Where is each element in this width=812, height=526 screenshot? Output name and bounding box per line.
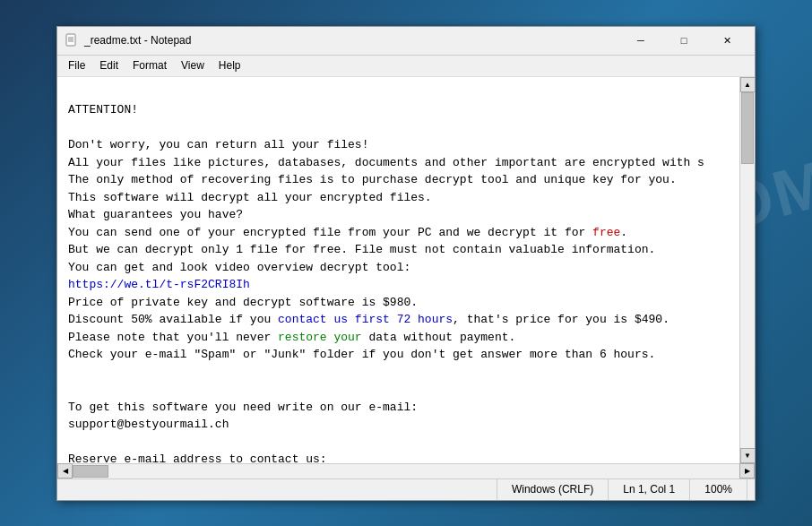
text-editor[interactable]: ATTENTION! Don't worry, you can return a… (57, 77, 739, 463)
text-line-3: Don't worry, you can return all your fil… (68, 138, 368, 151)
text-line-1: ATTENTION! (68, 103, 138, 116)
menu-view[interactable]: View (174, 57, 212, 73)
statusbar-cursor: Ln 1, Col 1 (609, 479, 690, 500)
statusbar-zoom: 100% (690, 479, 747, 500)
text-line-4: All your files like pictures, databases,… (68, 156, 704, 169)
text-line-18: To get this software you need write on o… (68, 401, 418, 414)
text-line-10: You can get and look video overview decr… (68, 261, 410, 274)
minimize-button[interactable]: ─ (620, 26, 661, 55)
scroll-left-arrow[interactable]: ◀ (57, 463, 73, 479)
scroll-down-arrow[interactable]: ▼ (740, 448, 756, 463)
window-icon (65, 33, 79, 47)
free-text: free (592, 226, 620, 239)
window-title: _readme.txt - Notepad (84, 34, 620, 47)
vertical-scrollbar[interactable]: ▲ ▼ (739, 77, 755, 463)
text-line-8: You can send one of your encrypted file … (68, 226, 627, 239)
scroll-thumb-h[interactable] (73, 465, 108, 478)
text-line-14: Please note that you'll never restore yo… (68, 331, 515, 344)
statusbar: Windows (CRLF) Ln 1, Col 1 100% (57, 479, 755, 500)
scroll-thumb-v[interactable] (741, 92, 754, 164)
close-button[interactable]: ✕ (706, 26, 747, 55)
scroll-right-arrow[interactable]: ▶ (739, 463, 755, 479)
text-line-13: Discount 50% available if you contact us… (68, 313, 669, 326)
text-line-15: Check your e-mail "Spam" or "Junk" folde… (68, 348, 655, 361)
menu-edit[interactable]: Edit (92, 57, 125, 73)
notepad-window: _readme.txt - Notepad ─ □ ✕ File Edit Fo… (56, 26, 756, 501)
menubar: File Edit Format View Help (57, 56, 755, 77)
text-line-6: This software will decrypt all your encr… (68, 191, 432, 204)
contact-highlight: contact us first 72 hours (278, 313, 453, 326)
content-area: ATTENTION! Don't worry, you can return a… (57, 77, 755, 463)
restore-highlight: restore your (278, 331, 362, 344)
window-controls: ─ □ ✕ (620, 26, 747, 55)
statusbar-empty (65, 479, 497, 500)
horizontal-scrollbar[interactable]: ◀ ▶ (57, 463, 755, 479)
email-support: support@bestyourmail.ch (68, 418, 229, 431)
text-line-5: The only method of recovering files is t… (68, 173, 677, 186)
scroll-track-v[interactable] (740, 92, 755, 448)
text-line-7: What guarantees you have? (68, 208, 243, 221)
url-link: https://we.tl/t-rsF2CRI8Ih (68, 278, 250, 291)
menu-file[interactable]: File (61, 57, 92, 73)
text-line-12: Price of private key and decrypt softwar… (68, 296, 418, 309)
text-line-21: Reserve e-mail address to contact us: (68, 453, 327, 463)
maximize-button[interactable]: □ (663, 26, 704, 55)
text-line-9: But we can decrypt only 1 file for free.… (68, 243, 655, 256)
scroll-up-arrow[interactable]: ▲ (740, 77, 756, 92)
menu-format[interactable]: Format (125, 57, 174, 73)
scroll-track-h[interactable] (73, 464, 739, 479)
statusbar-line-ending: Windows (CRLF) (497, 479, 609, 500)
titlebar: _readme.txt - Notepad ─ □ ✕ (57, 27, 755, 56)
menu-help[interactable]: Help (212, 57, 248, 73)
